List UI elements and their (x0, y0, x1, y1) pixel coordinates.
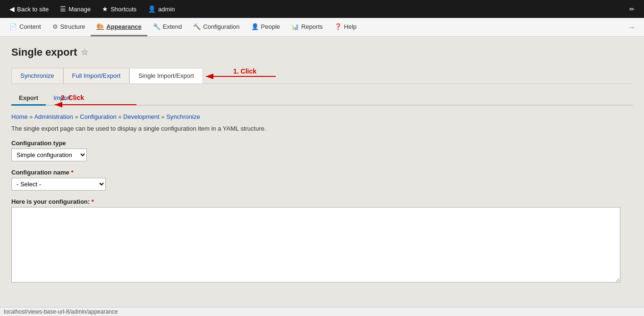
user-icon: 👤 (148, 5, 156, 13)
reports-icon: 📊 (291, 23, 299, 30)
navigation-bar: 📄 Content ⚙ Structure 🎨 Appearance 🔧 Ext… (0, 18, 644, 37)
manage-label: Manage (68, 6, 91, 13)
tab-synchronize[interactable]: Synchronize (11, 68, 63, 83)
page-description: The single export page can be used to di… (11, 125, 633, 132)
people-icon: 👤 (251, 23, 259, 30)
config-name-required: * (71, 169, 73, 176)
configuration-icon: 🔨 (193, 23, 201, 30)
nav-label-people: People (261, 23, 280, 30)
breadcrumb-development[interactable]: Development (123, 113, 160, 120)
nav-item-appearance[interactable]: 🎨 Appearance (91, 18, 147, 36)
primary-tabs-border (11, 83, 633, 84)
pencil-icon: ✏ (629, 6, 635, 13)
breadcrumb-administration[interactable]: Administration (34, 113, 73, 120)
star-nav-icon: ★ (102, 5, 108, 13)
tab-import-label: Import (53, 94, 71, 101)
config-output-required: * (92, 198, 94, 205)
breadcrumb: Home » Administration » Configuration » … (11, 113, 633, 120)
tab-import[interactable]: Import (46, 91, 78, 106)
shortcuts-link[interactable]: ★ Shortcuts (96, 0, 142, 18)
config-output-label: Here is your configuration: * (11, 198, 633, 205)
back-icon: ◀ (9, 5, 15, 13)
breadcrumb-home[interactable]: Home (11, 113, 28, 120)
breadcrumb-sep-3: » (118, 113, 123, 120)
nav-label-extend: Extend (163, 23, 182, 30)
manage-link[interactable]: ☰ Manage (54, 0, 96, 18)
primary-tabs-wrapper: Synchronize Full Import/Export Single Im… (11, 68, 633, 83)
nav-label-help: Help (344, 23, 357, 30)
shortcuts-label: Shortcuts (110, 6, 136, 13)
appearance-icon: 🎨 (96, 23, 104, 30)
nav-item-structure[interactable]: ⚙ Structure (47, 18, 91, 36)
nav-item-people[interactable]: 👤 People (246, 18, 286, 36)
config-type-group: Configuration type Simple configuration … (11, 140, 633, 161)
main-content: Single export ☆ Synchronize Full Import/… (0, 37, 644, 316)
manage-icon: ☰ (60, 5, 66, 13)
config-name-label: Configuration name * (11, 169, 633, 176)
breadcrumb-sep-1: » (29, 113, 34, 120)
config-type-label: Configuration type (11, 140, 633, 147)
primary-tabs: Synchronize Full Import/Export Single Im… (11, 68, 633, 83)
content-icon: 📄 (9, 23, 17, 30)
tab-export[interactable]: Export (11, 91, 46, 106)
tab-export-label: Export (19, 94, 38, 101)
nav-item-help[interactable]: ❓ Help (329, 18, 363, 36)
breadcrumb-sep-2: » (75, 113, 80, 120)
page-title-container: Single export ☆ (11, 46, 633, 58)
nav-label-reports: Reports (301, 23, 323, 30)
config-output-group: Here is your configuration: * (11, 198, 633, 284)
nav-label-configuration: Configuration (203, 23, 239, 30)
breadcrumb-synchronize[interactable]: Synchronize (166, 113, 200, 120)
nav-item-extend[interactable]: 🔧 Extend (147, 18, 187, 36)
config-type-select[interactable]: Simple configuration Content type Field … (11, 149, 87, 161)
breadcrumb-configuration[interactable]: Configuration (80, 113, 116, 120)
secondary-tabs: Export Import (11, 91, 633, 106)
secondary-tabs-wrapper: Export Import 2. Click (11, 91, 633, 106)
admin-label: admin (158, 6, 175, 13)
nav-item-reports[interactable]: 📊 Reports (286, 18, 329, 36)
config-name-select[interactable]: - Select - (11, 178, 106, 191)
tab-single-import-export[interactable]: Single Import/Export (129, 68, 203, 83)
extend-icon: 🔧 (153, 23, 161, 30)
tab-full-import-export[interactable]: Full Import/Export (63, 68, 130, 83)
config-name-group: Configuration name * - Select - (11, 169, 633, 191)
page-title-text: Single export (11, 46, 77, 58)
tab-full-import-export-label: Full Import/Export (72, 72, 121, 79)
nav-right-arrow[interactable]: → (623, 23, 640, 32)
admin-user-link[interactable]: 👤 admin (142, 0, 180, 18)
nav-label-content: Content (19, 23, 41, 30)
status-url: localhost/views-base-url-8/admin/appeara… (4, 308, 118, 315)
nav-label-appearance: Appearance (106, 23, 141, 30)
nav-item-configuration[interactable]: 🔨 Configuration (187, 18, 245, 36)
edit-shortcut-button[interactable]: ✏ (624, 0, 640, 18)
bookmark-star-icon[interactable]: ☆ (81, 47, 88, 58)
back-to-site-link[interactable]: ◀ Back to site (4, 0, 54, 18)
breadcrumb-sep-4: » (161, 113, 166, 120)
config-output-textarea[interactable] (11, 207, 620, 283)
admin-bar: ◀ Back to site ☰ Manage ★ Shortcuts 👤 ad… (0, 0, 644, 18)
nav-item-content[interactable]: 📄 Content (4, 18, 47, 36)
status-bar: localhost/views-base-url-8/admin/appeara… (0, 307, 644, 316)
tab-single-import-export-label: Single Import/Export (138, 72, 194, 79)
tab-synchronize-label: Synchronize (20, 72, 54, 79)
help-icon: ❓ (334, 23, 342, 30)
back-to-site-label: Back to site (17, 6, 49, 13)
structure-icon: ⚙ (52, 23, 58, 30)
nav-label-structure: Structure (60, 23, 85, 30)
